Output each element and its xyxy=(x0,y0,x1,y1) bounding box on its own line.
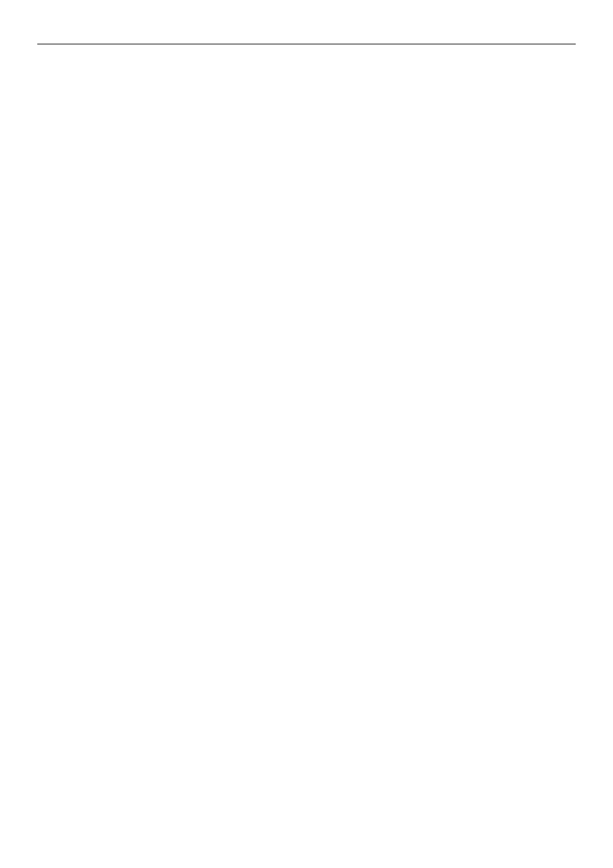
header-rule xyxy=(37,44,576,44)
page: Network Connections File Edit View Favor… xyxy=(0,44,613,44)
